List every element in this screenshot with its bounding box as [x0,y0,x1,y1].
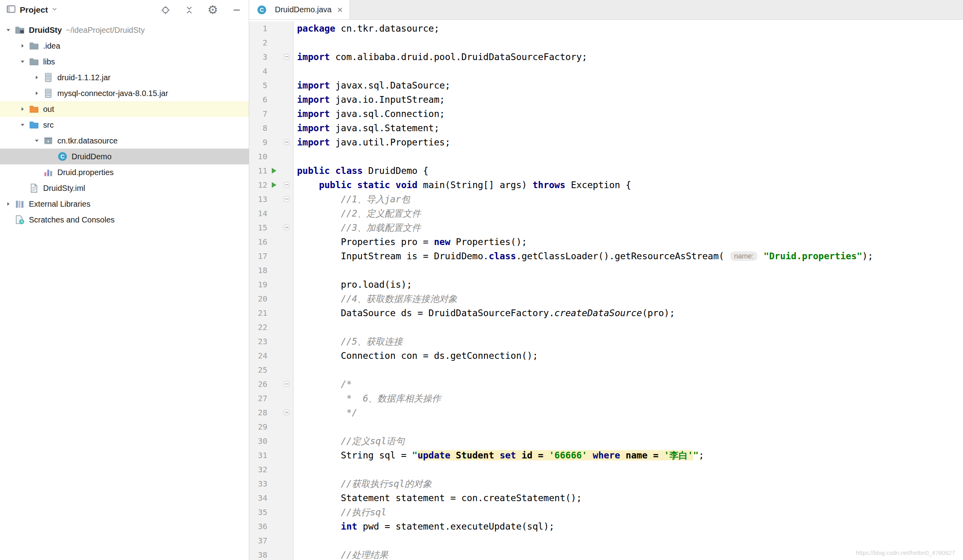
code-line: 26 /* [249,377,963,391]
code-text: //定义sql语句 [293,434,405,448]
line-number: 25 [249,365,267,375]
tree-item-druiddemo[interactable]: CDruidDemo [0,149,249,164]
settings-icon[interactable]: ⚙ [207,4,219,16]
gutter: 34 [249,491,293,505]
code-text [293,534,297,548]
code-line: 17 InputStream is = DruidDemo.class.getC… [249,249,963,263]
jar-icon [43,88,54,99]
code-text: import javax.sql.DataSource; [293,78,450,92]
fold-close-icon[interactable] [280,139,293,145]
chevron-down-icon[interactable] [17,58,28,65]
line-number: 12 [249,180,267,190]
tree-item-label: druid-1.1.12.jar [57,73,111,82]
fold-open-icon[interactable] [280,196,293,202]
tree-item-druidsty[interactable]: DruidSty~/ideaProject/DruidSty [0,22,249,38]
line-number: 33 [249,479,267,488]
project-tree: DruidSty~/ideaProject/DruidSty.idealibsd… [0,20,249,560]
code-line: 34 Statement statement = con.createState… [249,491,963,505]
gutter: 27 [249,391,293,405]
line-number: 36 [249,522,267,531]
hide-panel-icon[interactable] [231,4,242,16]
editor-body[interactable]: 1package cn.tkr.datasource;23import com.… [249,20,963,560]
gutter: 3 [249,50,293,64]
run-icon[interactable] [267,181,280,189]
line-number: 24 [249,351,267,360]
tree-item-libs[interactable]: libs [0,54,249,70]
tree-item-src[interactable]: src [0,117,249,133]
tree-item-label: Scratches and Consoles [29,215,115,224]
code-text: int pwd = statement.executeUpdate(sql); [293,519,554,534]
code-line: 27 * 6、数据库相关操作 [249,391,963,405]
tree-item-druidsty-iml[interactable]: DruidSty.iml [0,180,249,196]
tree-item-cn-tkr-datasource[interactable]: cn.tkr.datasource [0,133,249,149]
line-number: 27 [249,394,267,403]
editor: C DruidDemo.java × 1package cn.tkr.datas… [249,0,963,560]
gutter: 20 [249,292,293,306]
code-line: 14 //2、定义配置文件 [249,206,963,221]
gutter: 28 [249,405,293,420]
chevron-right-icon[interactable] [17,106,28,112]
chevron-right-icon[interactable] [17,43,28,49]
line-number: 22 [249,322,267,332]
code-text: import java.io.InputStream; [293,92,445,107]
fold-open-icon[interactable] [280,54,293,60]
chevron-down-icon[interactable] [31,138,43,144]
fold-close-icon[interactable] [280,224,293,231]
code-line: 36 int pwd = statement.executeUpdate(sql… [249,519,963,534]
close-tab-icon[interactable]: × [337,5,342,15]
line-number: 2 [249,38,267,47]
code-line: 21 DataSource ds = DruidDataSourceFactor… [249,306,963,320]
chevron-right-icon[interactable] [31,90,43,96]
code-text [293,363,297,377]
tree-item-external-libraries[interactable]: External Libraries [0,196,249,212]
locate-icon[interactable] [159,4,171,16]
code-text: //处理结果 [293,548,388,560]
code-text: //3、加载配置文件 [293,221,421,235]
gutter: 1 [249,21,293,36]
code-text: * 6、数据库相关操作 [293,391,441,405]
class-icon: C [57,151,68,162]
fold-open-icon[interactable] [280,182,293,188]
gutter: 4 [249,64,293,78]
scratches-icon [14,214,25,225]
gutter: 29 [249,420,293,434]
chevron-down-icon[interactable] [2,27,14,33]
code-line: 20 //4、获取数据库连接池对象 [249,292,963,306]
line-number: 37 [249,536,267,545]
code-text: import java.sql.Connection; [293,107,445,121]
fold-open-icon[interactable] [280,381,293,387]
code-text: //1、导入jar包 [293,192,410,206]
collapse-all-icon[interactable] [183,4,195,16]
watermark: https://blog.csdn.net/hetbn0_4760627 [856,549,955,556]
code-line: 33 //获取执行sql的对象 [249,477,963,491]
gutter: 10 [249,149,293,164]
tree-item-mysql-connector-java-8-0-15-jar[interactable]: mysql-connector-java-8.0.15.jar [0,85,249,101]
run-icon[interactable] [267,166,280,175]
code-line: 29 [249,420,963,434]
code-text: import java.util.Properties; [293,135,450,149]
code-line: 15 //3、加载配置文件 [249,221,963,235]
chevron-down-icon[interactable] [17,122,28,128]
tree-item-druid-properties[interactable]: Druid.properties [0,164,249,180]
gutter: 16 [249,235,293,249]
gutter: 14 [249,206,293,221]
tree-item-idea[interactable]: .idea [0,38,249,54]
code-text: Statement statement = con.createStatemen… [293,491,582,505]
tree-item-druid-1-1-12-jar[interactable]: druid-1.1.12.jar [0,70,249,85]
tree-item-scratches-and-consoles[interactable]: Scratches and Consoles [0,212,249,228]
chevron-right-icon[interactable] [31,74,43,81]
code-line: 37 [249,534,963,548]
chevron-down-icon[interactable] [52,6,57,13]
fold-close-icon[interactable] [280,409,293,416]
code-line: 4 [249,64,963,78]
tree-item-out[interactable]: out [0,101,249,117]
project-panel-title[interactable]: Project [20,5,48,15]
gutter: 25 [249,363,293,377]
chevron-right-icon[interactable] [2,201,14,207]
gutter: 18 [249,263,293,277]
code-text: InputStream is = DruidDemo.class.getClas… [293,249,873,263]
line-number: 31 [249,451,267,460]
code-text: public static void main(String[] args) t… [293,178,631,192]
code-text [293,64,297,78]
editor-tab-druiddemo[interactable]: C DruidDemo.java × [249,0,350,19]
